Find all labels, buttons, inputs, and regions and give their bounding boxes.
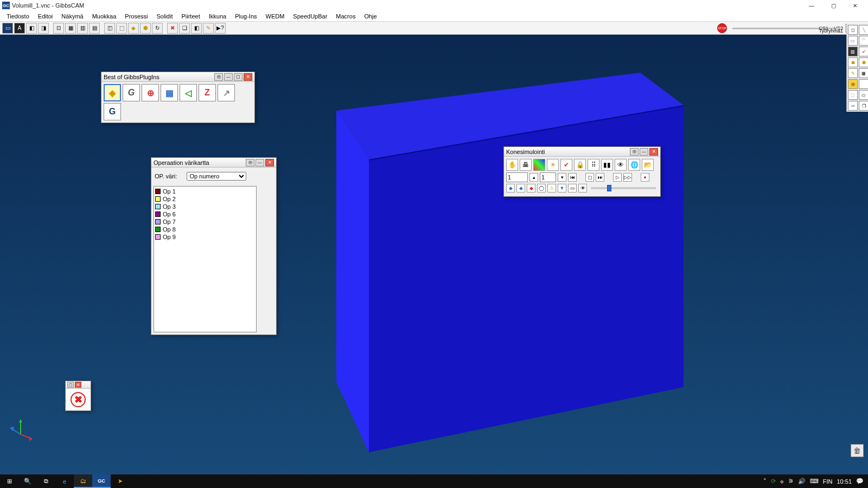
menu-features[interactable]: Piirteet	[177, 12, 204, 21]
sim-blue2-icon[interactable]: ◆	[516, 184, 525, 192]
plugins-panel-min-icon[interactable]: —	[224, 73, 233, 81]
tray-ime-icon[interactable]: ⌨	[810, 478, 819, 485]
sim-input-1[interactable]	[506, 172, 528, 182]
rp-tree-icon[interactable]: ▭	[859, 90, 868, 100]
window-maximize-button[interactable]: ▢	[822, 0, 844, 11]
sim-circle-icon[interactable]: ◯	[537, 184, 546, 192]
rp-hatch-icon[interactable]: ▨	[848, 47, 858, 56]
plugins-panel-close-icon[interactable]: ✕	[244, 73, 252, 81]
menu-help[interactable]: Ohje	[360, 12, 381, 21]
sim-table-icon[interactable]: 🖶	[520, 159, 532, 171]
sim-stop-icon[interactable]: ◻	[585, 173, 594, 182]
menu-solids[interactable]: Solidit	[152, 12, 177, 21]
opcolor-panel-min-icon[interactable]: —	[256, 159, 264, 166]
tb-btn-2[interactable]: A	[14, 23, 25, 34]
menu-window[interactable]: Ikkuna	[205, 12, 231, 21]
task-edge-icon[interactable]: e	[55, 474, 74, 488]
error-panel-min-icon[interactable]: ▢	[67, 382, 74, 388]
opcolor-list[interactable]: Op 1 Op 2 Op 3 Op 6 Op 7 Op 8 Op 9	[154, 186, 257, 332]
plugins-panel[interactable]: Best of GibbsPlugIns ◎ — ▢ ✕ ◈ G ⊕ ▦ ◁ Z…	[101, 72, 255, 123]
sim-compare-icon[interactable]: ▮▮	[601, 159, 613, 171]
error-icon[interactable]: ✖	[71, 392, 86, 407]
tb-btn-6[interactable]: ▦	[65, 23, 76, 34]
rp-check-icon[interactable]: ✔	[859, 47, 868, 56]
sim-speed-slider[interactable]	[591, 187, 656, 189]
sim-panel-close-icon[interactable]: ✕	[649, 148, 658, 156]
rp-arc-icon[interactable]: ⌒	[859, 36, 868, 46]
window-close-button[interactable]: ✕	[844, 0, 866, 11]
sim-globe-icon[interactable]: 🌐	[628, 159, 640, 171]
opcolor-panel-close-icon[interactable]: ✕	[265, 159, 274, 166]
sim-check-icon[interactable]: ✔	[560, 159, 572, 171]
taskbar[interactable]: ⊞ 🔍 ⧉ e 🗂 GC ➤ ˄ ⟳ ⎆ ⚞ 🔊 ⌨ FIN 10:51 💬	[0, 474, 868, 488]
sim-eye2-icon[interactable]: 👁	[578, 184, 587, 192]
tb-btn-15[interactable]: ❏	[179, 23, 190, 34]
menu-file[interactable]: Tiedosto	[2, 12, 34, 21]
sim-play-icon[interactable]: ▷	[613, 173, 622, 182]
start-button[interactable]: ⊞	[0, 474, 18, 488]
plugin-btn-5[interactable]: ◁	[180, 84, 197, 101]
menu-macros[interactable]: Macros	[331, 12, 360, 21]
tb-btn-17[interactable]: ✎	[203, 23, 214, 34]
rp-copy-icon[interactable]: ❐	[859, 101, 868, 111]
task-search-icon[interactable]: 🔍	[18, 474, 37, 488]
sim-warn-icon[interactable]: ⚠	[547, 184, 556, 192]
tb-btn-7[interactable]: ▥	[77, 23, 88, 34]
sim-ff-icon[interactable]: ▷▷	[623, 173, 632, 182]
menu-plugins[interactable]: Plug-Ins	[231, 12, 261, 21]
tb-btn-1[interactable]: ▭	[2, 23, 13, 34]
sim-red-icon[interactable]: ◆	[527, 184, 535, 192]
rp-ruler-icon[interactable]: ⇔	[848, 101, 858, 111]
sim-stepfwd-icon[interactable]: ⏭	[596, 173, 604, 182]
sim-folder-icon[interactable]: 📂	[642, 159, 654, 171]
rp-blank-icon[interactable]	[859, 79, 868, 89]
tb-btn-8[interactable]: ▤	[89, 23, 100, 34]
menu-speedupbar[interactable]: SpeedUpBar	[289, 12, 331, 21]
menu-process[interactable]: Prosessi	[120, 12, 152, 21]
window-minimize-button[interactable]: —	[801, 0, 822, 11]
rp-select-icon[interactable]: ▦	[859, 68, 868, 78]
error-panel-close-icon[interactable]: ✕	[75, 382, 81, 388]
task-explorer-icon[interactable]: 🗂	[74, 474, 92, 488]
rp-tool-icon[interactable]: ☗	[848, 57, 858, 67]
tb-btn-4[interactable]: ◨	[38, 23, 49, 34]
task-view-icon[interactable]: ⧉	[37, 474, 55, 488]
tb-btn-help[interactable]: ▶?	[215, 23, 226, 34]
tb-btn-12[interactable]: ⬢	[140, 23, 151, 34]
menu-modify[interactable]: Muokkaa	[88, 12, 121, 21]
plugin-btn-2[interactable]: G	[123, 84, 140, 101]
rp-pencil-icon[interactable]: ✎	[848, 68, 858, 78]
tb-btn-11[interactable]: ◆	[128, 23, 139, 34]
menu-wedm[interactable]: WEDM	[261, 12, 289, 21]
sim-lock-icon[interactable]: 🔒	[574, 159, 586, 171]
plugin-btn-8[interactable]: G	[104, 103, 121, 120]
sim-record-icon[interactable]: ●	[641, 173, 649, 182]
error-panel[interactable]: ▢ ✕ ✖	[65, 381, 91, 411]
sim-stepper-2[interactable]: ▾	[558, 173, 566, 182]
sim-panel-min-icon[interactable]: —	[640, 148, 648, 156]
plugin-btn-7[interactable]: ↗	[218, 84, 235, 101]
rp-tool2-icon[interactable]: ⬢	[859, 57, 868, 67]
sim-panel[interactable]: Konesimulointi ◎ — ✕ ✋ 🖶 ☀ ✔ 🔒 ⠿ ▮▮ 👁 🌐 …	[503, 146, 661, 197]
sim-stepper-1[interactable]: ▴	[529, 173, 538, 182]
sim-filter-icon[interactable]: ▼	[558, 184, 566, 192]
rp-window-icon[interactable]: ▭	[848, 36, 858, 46]
rp-verify-icon[interactable]: ◎	[848, 79, 858, 89]
sim-colors-icon[interactable]	[533, 159, 545, 171]
plugin-btn-6[interactable]: Z	[199, 84, 216, 101]
menu-edit[interactable]: Editoi	[34, 12, 58, 21]
tb-btn-5[interactable]: ⊡	[53, 23, 64, 34]
tb-btn-3[interactable]: ◧	[26, 23, 37, 34]
sim-input-2[interactable]	[540, 172, 556, 182]
tray-sound-icon[interactable]: 🔊	[798, 478, 806, 485]
tray-bt-icon[interactable]: ⎆	[780, 478, 784, 485]
tray-sync-icon[interactable]: ⟳	[771, 478, 776, 485]
tb-btn-13[interactable]: ↻	[152, 23, 163, 34]
menu-view[interactable]: Näkymä	[57, 12, 87, 21]
tray-lang[interactable]: FIN	[823, 478, 833, 485]
tray-wifi-icon[interactable]: ⚞	[788, 478, 794, 485]
rp-cs-icon[interactable]: ⬚	[848, 90, 858, 100]
tb-btn-10[interactable]: ⬚	[116, 23, 127, 34]
opcolor-panel-pin-icon[interactable]: ◎	[246, 159, 254, 166]
opcolor-panel[interactable]: Operaation värikartta ◎ — ✕ OP. väri: Op…	[151, 157, 277, 335]
